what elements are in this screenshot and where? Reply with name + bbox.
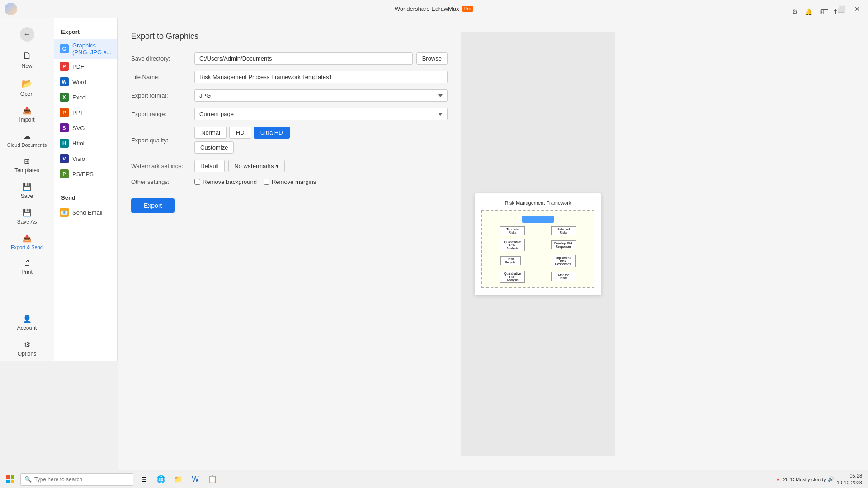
upload-icon[interactable]: ⬆ [830,6,841,17]
panel-label-excel: Excel [72,94,87,101]
quality-ultrahd-btn[interactable]: Ultra HD [254,127,290,139]
remove-background-input[interactable] [194,179,200,185]
sidebar-item-open[interactable]: 📂 Open [0,74,54,102]
grid-icon[interactable]: ⊞ [816,6,827,17]
word-app[interactable]: W [187,471,203,488]
customize-button[interactable]: Customize [194,141,234,154]
sidebar-item-import[interactable]: 📥 Import [0,102,54,127]
explorer-app[interactable]: 📁 [170,471,186,488]
save-directory-label: Save directory: [131,55,194,62]
watermark-selected-label: No watermarks [234,163,274,169]
other-settings-label: Other settings: [131,178,194,185]
browse-button[interactable]: Browse [416,52,448,65]
settings-icon[interactable]: ⚙ [789,6,800,17]
panel-item-pdf[interactable]: P PDF [54,59,117,74]
panel-label-ppt: PPT [72,109,84,116]
panel-item-excel[interactable]: X Excel [54,89,117,105]
save-directory-input[interactable] [194,52,413,65]
sidebar-label-print: Print [21,269,33,275]
export-panel: Export G Graphics (PNG, JPG e... P PDF W… [54,18,118,361]
taskview-app[interactable]: ⊟ [136,471,152,488]
remove-background-checkbox[interactable]: Remove background [194,178,257,185]
send-section: Send 📧 Send Email [54,191,117,220]
sidebar-item-cloud[interactable]: ☁ Cloud Documents [0,127,54,152]
panel-label-svg: SVG [72,125,85,131]
remove-margins-input[interactable] [264,179,269,185]
svg-rect-1 [11,475,14,479]
panel-item-graphics[interactable]: G Graphics (PNG, JPG e... [54,39,117,59]
sidebar-item-print[interactable]: 🖨 Print [0,254,54,280]
sidebar-item-back[interactable]: ← [0,23,54,46]
start-button[interactable] [2,471,19,488]
quality-normal-btn[interactable]: Normal [194,127,227,139]
panel-item-pseps[interactable]: P PS/EPS [54,166,117,182]
watermark-dropdown-icon: ▾ [276,163,279,169]
titlebar: Wondershare EdrawMax Pro ⚙ 🔔 ⊞ ⬆ — ⬜ ✕ [0,0,868,18]
sidebar-label-open: Open [20,91,33,97]
panel-label-pseps: PS/EPS [72,171,94,178]
export-format-select[interactable]: JPG PNG BMP TIFF SVG [194,89,448,102]
weather-info: 28°C Mostly cloudy [783,477,826,482]
save-directory-control: Browse [194,52,448,65]
toolbar-icons: ⚙ 🔔 ⊞ ⬆ [789,6,841,17]
svg-rect-0 [6,475,10,479]
export-format-control: JPG PNG BMP TIFF SVG [194,89,448,102]
pseps-icon: P [60,169,69,178]
export-form: Export to Graphics Save directory: Brows… [131,32,448,456]
sidebar-item-export[interactable]: 📤 Export & Send [0,230,54,254]
bell-icon[interactable]: 🔔 [803,6,814,17]
watermark-default-btn[interactable]: Default [194,160,225,172]
watermark-control: Default No watermarks ▾ [194,160,448,172]
taskbar-search-box[interactable]: 🔍 [20,473,133,486]
panel-item-ppt[interactable]: P PPT [54,105,117,120]
remove-margins-checkbox[interactable]: Remove margins [264,178,316,185]
sidebar-item-templates[interactable]: ⊞ Templates [0,152,54,178]
panel-item-svg[interactable]: S SVG [54,120,117,136]
panel-label-email: Send Email [72,209,102,216]
flow-box-1: TabulateRisks [500,226,525,235]
flow-box-6: QuantitativeRiskAnalysis [500,271,525,283]
checkbox-group: Remove background Remove margins [194,178,448,185]
preview-panel: Risk Management Framework TabulateRisks … [461,32,615,456]
taskbar-search-input[interactable] [34,476,129,483]
panel-item-visio[interactable]: V Visio [54,151,117,166]
flow-box-7: MonitorRisks [551,272,576,281]
export-form-title: Export to Graphics [131,32,448,41]
pro-badge: Pro [462,6,474,12]
panel-item-html[interactable]: H Html [54,136,117,151]
close-button[interactable]: ✕ [851,3,863,15]
panel-item-email[interactable]: 📧 Send Email [54,205,117,220]
sidebar-label-export: Export & Send [11,244,43,250]
export-panel-title: Export [54,25,117,39]
tray-icons: 🔺 28°C Mostly cloudy 🔊 [775,476,834,482]
preview-card: Risk Management Framework TabulateRisks … [475,193,601,295]
panel-label-visio: Visio [72,155,85,162]
watermark-group: Default No watermarks ▾ [194,160,448,172]
export-range-control: Current page All pages Selected pages [194,108,448,120]
titlebar-left [5,3,17,15]
search-icon: 🔍 [24,476,32,483]
sidebar-item-save[interactable]: 💾 Save [0,178,54,204]
email-icon: 📧 [60,208,69,217]
other-settings-control: Remove background Remove margins [194,178,448,185]
sidebar-item-options[interactable]: ⚙ Options [0,336,54,361]
export-range-row: Export range: Current page All pages Sel… [131,108,448,120]
sidebar-item-new[interactable]: 🗋 New [0,46,54,74]
extra-app[interactable]: 📋 [204,471,221,488]
watermark-row: Watermark settings: Default No watermark… [131,160,448,172]
sidebar-item-saveas[interactable]: 💾 Save As [0,204,54,230]
taskbar-right: 🔺 28°C Mostly cloudy 🔊 05:28 10-10-2023 [775,473,866,486]
export-button[interactable]: Export [131,198,175,213]
export-range-select[interactable]: Current page All pages Selected pages [194,108,448,120]
file-name-input[interactable] [194,71,448,83]
edge-app[interactable]: 🌐 [153,471,169,488]
pdf-icon: P [60,62,69,71]
taskbar: 🔍 ⊟ 🌐 📁 W 📋 🔺 28°C Mostly cloudy 🔊 05:28… [0,470,868,488]
quality-hd-btn[interactable]: HD [229,127,251,139]
watermark-selected-btn[interactable]: No watermarks ▾ [228,160,284,172]
sidebar-item-account[interactable]: 👤 Account [0,310,54,336]
html-icon: H [60,139,69,148]
save-directory-row: Save directory: Browse [131,52,448,65]
excel-icon: X [60,93,69,102]
panel-item-word[interactable]: W Word [54,74,117,89]
